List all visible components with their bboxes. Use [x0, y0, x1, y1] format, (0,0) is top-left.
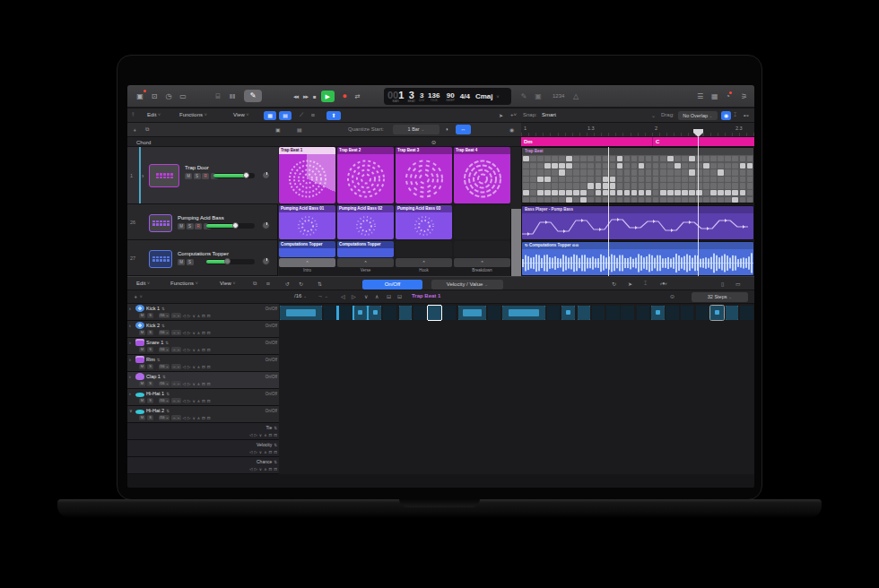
down-icon[interactable]: ∨: [192, 365, 195, 369]
mute-button[interactable]: M: [139, 381, 145, 387]
pattern-region[interactable]: Trap Beat: [521, 147, 754, 203]
rate-display[interactable]: /16 ⌄: [159, 313, 170, 319]
drum-row-header[interactable]: ∨Hi-Hat 2⇅On/OffMS/16 ⌄→ ⌄◁▷∨∧⊡⊡: [127, 406, 279, 423]
step-cell-active[interactable]: [726, 306, 739, 320]
step-cell[interactable]: [383, 306, 396, 320]
step-cell[interactable]: [443, 306, 457, 320]
seq-edit-menu[interactable]: Edit ˅: [136, 281, 150, 286]
copy-pattern-icon[interactable]: ⧉: [253, 281, 257, 287]
rewind-button[interactable]: ◂◂: [293, 93, 298, 100]
quantize-dropdown[interactable]: 1 Bar ⌄: [393, 125, 440, 134]
edit-a-icon[interactable]: ⊡: [268, 450, 272, 454]
edit-a-icon[interactable]: ⊡: [202, 416, 205, 420]
edit-b-icon[interactable]: ⊡: [397, 293, 402, 299]
drum-row-header[interactable]: ›Kick 1⇅On/OffMS/16 ⌄→ ⌄◁▷∨∧⊡⊡: [127, 304, 279, 321]
pan-knob[interactable]: [262, 221, 270, 229]
row-stepper-icon[interactable]: ⇅: [166, 409, 170, 413]
step-cell[interactable]: [488, 306, 501, 320]
settings-sliders-icon[interactable]: ⚞: [741, 92, 747, 100]
pointer-tool-icon[interactable]: ➤: [499, 112, 503, 118]
nudge-right-icon[interactable]: ▷: [187, 416, 190, 420]
loop-cell[interactable]: Pumping Acid Bass 03: [396, 205, 452, 239]
direction-button[interactable]: → ⌄: [171, 381, 180, 387]
record-button[interactable]: ●: [340, 91, 350, 101]
up-icon[interactable]: ∧: [197, 399, 200, 403]
pattern-rate-display[interactable]: /16 ⌄: [294, 293, 307, 298]
solo-button[interactable]: S: [147, 347, 153, 353]
loop-browser-icon[interactable]: ▦: [711, 92, 718, 100]
loops-functions-menu[interactable]: Functions ˅: [179, 112, 207, 117]
crossfade-tool-icon[interactable]: ⟋: [300, 112, 303, 118]
step-cell[interactable]: [740, 306, 753, 320]
mute-button[interactable]: M: [139, 330, 145, 336]
cell-edit-icon[interactable]: ▣: [275, 126, 281, 133]
step-cell-active[interactable]: [578, 306, 591, 320]
step-stepper-icon[interactable]: ⇅: [318, 281, 322, 287]
cell-grid-icon[interactable]: ▤: [297, 126, 302, 133]
step-cell[interactable]: [547, 306, 561, 320]
sub-row-header[interactable]: Chance⇅◁▷∨∧⊡⊡: [127, 457, 279, 474]
solo-button[interactable]: S: [147, 381, 153, 387]
chord-region[interactable]: Dm: [521, 137, 653, 147]
lcd-display[interactable]: 001BAR 3BEAT 3DIV 136TICK 90KEEP 4/4 Cma…: [384, 88, 511, 105]
nudge-left-icon[interactable]: ◁: [183, 416, 186, 420]
edit-b-icon[interactable]: ⊡: [207, 399, 211, 403]
edit-b-icon[interactable]: ⊡: [207, 416, 211, 420]
snap-stepper-icon[interactable]: ⌄: [651, 112, 656, 118]
up-icon[interactable]: ∧: [197, 365, 200, 369]
disclosure-arrow-icon[interactable]: ›: [129, 357, 134, 362]
edit-a-icon[interactable]: ⊡: [202, 365, 205, 369]
disclosure-arrow-icon[interactable]: ›: [129, 340, 134, 345]
edit-mode-dropdown[interactable]: Velocity / Value ⌄: [431, 280, 503, 290]
edit-a-icon[interactable]: ⊡: [202, 331, 205, 335]
drag-dropdown[interactable]: No Overlap ⌄: [678, 111, 718, 120]
pan-knob[interactable]: [262, 171, 270, 179]
nudge-right-icon[interactable]: ▷: [254, 467, 257, 471]
step-cell[interactable]: [592, 306, 605, 320]
sub-row-header[interactable]: Velocity⇅◁▷∨∧⊡⊡: [127, 440, 279, 457]
volume-slider[interactable]: [206, 223, 255, 229]
solo-button[interactable]: S: [194, 173, 201, 179]
volume-knob[interactable]: [224, 258, 231, 264]
step-cell-active[interactable]: [710, 306, 724, 320]
sub-row-header[interactable]: Tie⇅◁▷∨∧⊡⊡: [127, 423, 279, 440]
row-stepper-icon[interactable]: ⇅: [162, 375, 166, 379]
octave-up-icon[interactable]: ∧: [375, 293, 379, 299]
tuner-icon[interactable]: ✎: [518, 91, 529, 101]
loop-cell[interactable]: Pumping Acid Bass 01: [279, 205, 335, 239]
drum-row-header[interactable]: ›Snare 1⇅On/OffMS/16 ⌄→ ⌄◁▷∨∧⊡⊡: [127, 338, 279, 355]
chord-track-strip[interactable]: Dm C: [521, 137, 754, 147]
edit-a-icon[interactable]: ⊡: [202, 382, 205, 386]
row-stepper-icon[interactable]: ⇅: [161, 307, 165, 311]
down-icon[interactable]: ∨: [192, 331, 195, 335]
notifications-bell-icon[interactable]: ◔: [726, 92, 730, 100]
up-icon[interactable]: ∧: [197, 416, 200, 420]
nudge-right-icon[interactable]: ▷: [254, 433, 257, 437]
mute-button[interactable]: M: [185, 173, 192, 179]
disclosure-arrow-icon[interactable]: ›: [142, 172, 144, 178]
nudge-right-icon[interactable]: ▷: [187, 365, 190, 369]
expand-width-button[interactable]: ↔: [456, 125, 471, 134]
paste-pattern-icon[interactable]: ⧈: [266, 281, 270, 287]
up-icon[interactable]: ∧: [197, 331, 200, 335]
rotate-icon[interactable]: ↻: [612, 281, 616, 287]
zoom-tool-icon[interactable]: ⊷: [744, 112, 749, 118]
loop-cell[interactable]: Computations Topper: [279, 241, 335, 257]
scene-trigger-button[interactable]: ⌃: [337, 258, 394, 267]
solo-button[interactable]: S: [147, 364, 153, 370]
timeline-ruler[interactable]: 1 1.3 2 2.3: [521, 123, 754, 137]
step-cell[interactable]: [621, 306, 634, 320]
nudge-right-icon[interactable]: ▷: [254, 450, 257, 454]
up-icon[interactable]: ∧: [264, 450, 266, 454]
disclosure-arrow-icon[interactable]: ›: [129, 391, 134, 396]
disclosure-arrow-icon[interactable]: ›: [129, 306, 134, 311]
add-track-button[interactable]: ＋: [132, 126, 137, 134]
drum-row-header[interactable]: ›Clap 1⇅On/OffMS/16 ⌄→ ⌄◁▷∨∧⊡⊡: [127, 372, 279, 389]
window-small-icon[interactable]: ▯: [721, 281, 724, 287]
step-cell-active[interactable]: [399, 306, 413, 320]
bass-region[interactable]: Bass Player - Pump Bass: [521, 205, 754, 240]
down-icon[interactable]: ∨: [259, 433, 262, 437]
down-icon[interactable]: ∨: [192, 399, 195, 403]
forward-button[interactable]: ▸▸: [303, 93, 308, 100]
solo-button[interactable]: S: [147, 313, 153, 319]
